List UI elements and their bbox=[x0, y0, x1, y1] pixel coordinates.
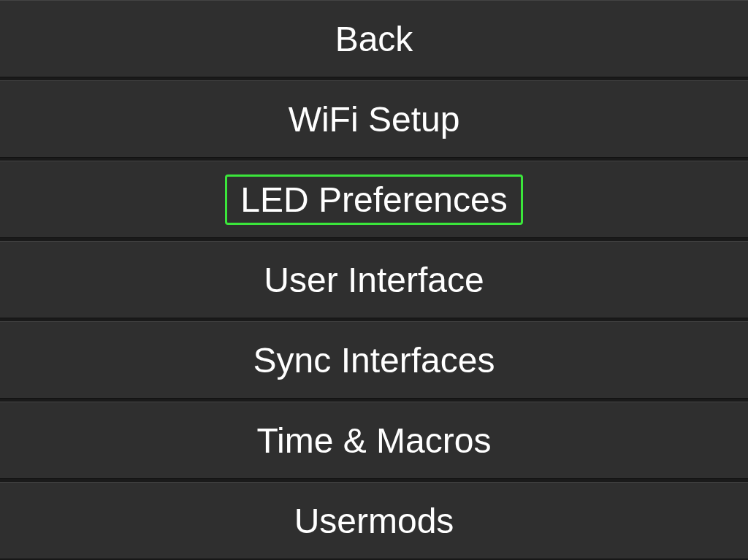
menu-label-user-interface: User Interface bbox=[251, 257, 497, 303]
menu-item-back[interactable]: Back bbox=[0, 0, 748, 77]
menu-item-user-interface[interactable]: User Interface bbox=[0, 241, 748, 318]
menu-label-back: Back bbox=[322, 16, 427, 62]
menu-item-sync-interfaces[interactable]: Sync Interfaces bbox=[0, 321, 748, 399]
settings-menu: Back WiFi Setup LED Preferences User Int… bbox=[0, 0, 748, 560]
menu-item-usermods[interactable]: Usermods bbox=[0, 482, 748, 559]
menu-item-wifi-setup[interactable]: WiFi Setup bbox=[0, 80, 748, 158]
menu-item-time-macros[interactable]: Time & Macros bbox=[0, 402, 748, 479]
menu-label-usermods: Usermods bbox=[281, 498, 468, 544]
menu-label-wifi-setup: WiFi Setup bbox=[275, 96, 473, 142]
menu-item-led-preferences[interactable]: LED Preferences bbox=[0, 161, 748, 238]
menu-label-led-preferences: LED Preferences bbox=[225, 174, 523, 225]
menu-label-sync-interfaces: Sync Interfaces bbox=[240, 337, 508, 383]
menu-label-time-macros: Time & Macros bbox=[244, 418, 505, 464]
